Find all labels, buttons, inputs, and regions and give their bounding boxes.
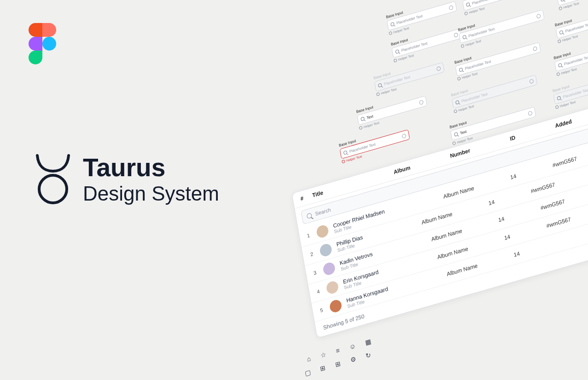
eye-icon	[436, 66, 441, 71]
row-id: #wmG567	[546, 216, 571, 229]
smile-icon: ☺	[349, 342, 356, 351]
search-icon	[306, 213, 312, 219]
avatar	[326, 280, 339, 295]
row-id: #wmG567	[530, 181, 555, 195]
row-number: 14	[510, 173, 517, 181]
row-number: 14	[513, 250, 520, 259]
figma-logo	[29, 23, 56, 66]
eye-icon	[529, 79, 534, 84]
hero-title-block: Taurus Design System	[35, 154, 219, 206]
search-icon	[390, 22, 395, 27]
search-icon	[462, 35, 466, 40]
taurus-icon	[35, 154, 71, 206]
eye-icon	[536, 13, 541, 18]
row-index: 3	[313, 269, 319, 276]
data-table: # Title Album Number ID Added Downloads …	[291, 74, 588, 338]
search-icon	[459, 68, 463, 72]
svg-point-0	[42, 37, 56, 51]
search-icon	[361, 116, 365, 121]
hero-title: Taurus	[83, 155, 219, 181]
refresh-icon: ↻	[365, 351, 372, 359]
search-icon	[455, 100, 460, 104]
search-icon	[558, 63, 562, 68]
row-album: Album Name	[443, 185, 475, 200]
menu-icon: ≡	[335, 346, 340, 355]
search-icon	[454, 132, 458, 137]
avatar	[319, 242, 333, 258]
search-icon	[466, 2, 470, 7]
grid-icon: ▦	[365, 337, 372, 346]
row-index: 2	[310, 251, 315, 258]
row-album: Album Name	[431, 228, 463, 243]
row-id: #wmG567	[540, 198, 565, 212]
grid-icon: ⊞	[335, 359, 341, 368]
hero-subtitle: Design System	[83, 182, 219, 205]
eye-icon	[402, 133, 406, 138]
search-icon	[343, 150, 347, 155]
avatar	[329, 299, 343, 314]
search-icon	[557, 96, 561, 100]
row-index: 4	[316, 288, 322, 295]
row-album: Album Name	[421, 211, 453, 226]
settings-icon: ⚙	[350, 355, 357, 364]
eye-icon	[454, 32, 458, 37]
base-input-disabled: Base Input Placeholder Text Helper Text	[373, 57, 446, 96]
search-icon	[560, 0, 565, 2]
row-index: 1	[307, 232, 312, 239]
base-input-error[interactable]: Base Input Placeholder Text Helper Text	[338, 124, 411, 163]
row-album: Album Name	[437, 245, 469, 260]
eye-icon	[528, 110, 532, 115]
grid-icon: ⊞	[320, 364, 326, 373]
avatar	[316, 224, 330, 239]
avatar	[322, 261, 336, 276]
base-input[interactable]: Base Input Placeholder Text Helper Text	[556, 0, 588, 11]
eye-icon	[533, 46, 537, 51]
eye-icon	[419, 99, 424, 104]
row-number: 14	[488, 199, 495, 207]
svg-point-1	[39, 175, 67, 203]
design-system-preview: #FFFFFF100 #080808 #4F1823400 #CE1B22200…	[258, 0, 588, 380]
row-number: 14	[498, 215, 505, 224]
row-id: #wmG567	[552, 155, 577, 169]
search-icon	[378, 83, 382, 87]
eye-icon	[449, 5, 454, 10]
base-input[interactable]: Base Input Text Helper Text	[356, 90, 428, 130]
search-icon	[559, 30, 563, 35]
star-icon: ☆	[320, 350, 327, 359]
search-icon	[395, 49, 399, 54]
row-index: 5	[320, 306, 325, 313]
row-number: 14	[504, 233, 511, 242]
row-album: Album Name	[446, 262, 478, 277]
square-icon: ▢	[304, 368, 311, 377]
home-icon: ⌂	[306, 355, 311, 363]
